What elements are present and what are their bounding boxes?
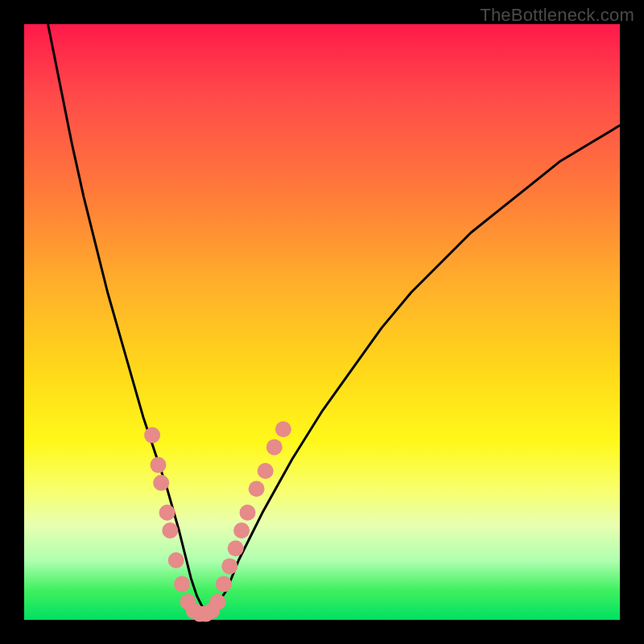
marker-dot [221, 558, 237, 574]
marker-dot [174, 576, 190, 592]
marker-dot [153, 475, 169, 491]
curve-path [48, 24, 620, 614]
highlight-markers [144, 421, 291, 621]
bottleneck-curve [48, 24, 620, 614]
marker-dot [233, 522, 250, 539]
marker-dot [258, 463, 274, 479]
marker-dot [275, 421, 291, 437]
marker-dot [159, 505, 175, 521]
marker-dot [151, 457, 167, 473]
marker-dot [210, 594, 226, 610]
marker-dot [240, 505, 256, 521]
bottleneck-chart [0, 0, 644, 644]
marker-dot [228, 540, 244, 556]
marker-dot [162, 522, 178, 539]
marker-dot [216, 576, 232, 592]
marker-dot [168, 552, 184, 568]
marker-dot [249, 481, 265, 497]
marker-dot [266, 439, 283, 455]
marker-dot [144, 427, 160, 444]
